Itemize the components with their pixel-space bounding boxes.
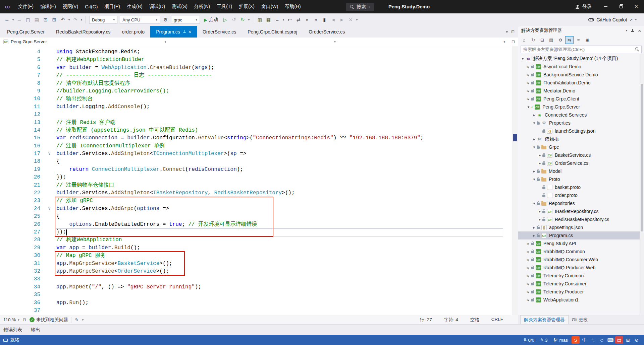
expander-icon[interactable]: ▸ [532, 225, 537, 230]
toolbox-icon[interactable]: ⊞ [624, 336, 632, 344]
tab-Peng.Grpc.Client.csproj[interactable]: Peng.Grpc.Client.csproj [242, 26, 303, 38]
hot-reload-icon[interactable]: ↺ [230, 15, 238, 24]
tree-item[interactable]: ▸C#AsyncLocal.Demo [518, 63, 640, 71]
tree-item[interactable]: ▸⊞依赖项 [518, 135, 640, 143]
menu-item[interactable]: 工具(T) [213, 0, 235, 13]
open-file-icon[interactable]: ▤ [33, 15, 41, 24]
scrollbar-thumb[interactable] [641, 84, 643, 231]
clipboard-icon[interactable]: ▤ [615, 336, 623, 344]
tree-item[interactable]: ▸C#BackgroundService.Demo [518, 71, 640, 79]
expander-icon[interactable]: ▸ [526, 97, 531, 101]
code-editor[interactable]: 4using StackExchange.Redis;5// 构建WebAppl… [0, 46, 518, 315]
expander-icon[interactable]: ▾ [532, 177, 537, 182]
close-button[interactable]: × [629, 0, 644, 13]
expander-icon[interactable]: ▾ [520, 57, 525, 61]
breadcrumb-type[interactable]: ▾ [169, 38, 339, 46]
tree-item[interactable]: ▸C#RabbitMQ.Common [518, 248, 640, 256]
save-icon[interactable]: ⊡ [41, 15, 50, 24]
bookmark-icon[interactable]: ▮ [320, 15, 329, 24]
platform-select[interactable]: Any CPU▾ [120, 16, 160, 24]
tree-item[interactable]: ▸C#Peng.Study.API [518, 239, 640, 248]
tree-item[interactable]: ▸{}appsettings.json [518, 223, 640, 231]
bookmark-menu-icon[interactable]: ▾ [355, 18, 359, 21]
switch-views-icon[interactable]: ⌂ [520, 36, 528, 44]
tree-item[interactable]: ▸C#Telemetry.Consumer [518, 280, 640, 288]
pin-icon[interactable] [183, 30, 186, 33]
sogou-input-icon[interactable]: S [572, 336, 580, 344]
expander-icon[interactable]: ▸ [526, 242, 531, 246]
expander-icon[interactable]: ▾ [532, 121, 537, 125]
github-copilot-label[interactable]: GitHub Copilot [596, 17, 627, 22]
tab-OrderService.cs[interactable]: OrderService.cs [197, 26, 242, 38]
spaces-indicator[interactable]: 空格 [470, 317, 479, 323]
tree-item[interactable]: ▾Repositories [518, 199, 640, 207]
tab-Program.cs[interactable]: Program.cs× [150, 26, 197, 38]
chinese-mode-icon[interactable]: 中 [580, 336, 588, 344]
expander-icon[interactable]: ▸ [537, 161, 542, 165]
expander-icon[interactable]: ▸ [526, 89, 531, 93]
expander-icon[interactable]: ▸ [526, 73, 531, 77]
tab-Peng.Grpc.Server[interactable]: Peng.Grpc.Server [1, 26, 50, 38]
menu-item[interactable]: 视图(V) [59, 0, 82, 13]
forward-icon[interactable]: → [15, 15, 23, 24]
punctuation-icon[interactable]: °, [589, 336, 597, 344]
restart-icon[interactable]: ↻ [238, 15, 247, 24]
tree-item[interactable]: ▾∞解决方案 'Peng.Study.Demo' (14 个项目) [518, 55, 640, 63]
save-all-icon[interactable]: ⊞ [50, 15, 58, 24]
start-without-debugging-icon[interactable]: ▷ [221, 15, 229, 24]
prev-bookmark-icon[interactable]: ◄ [329, 15, 337, 24]
editor-scrollbar[interactable] [512, 46, 518, 315]
expander-icon[interactable]: ▾ [532, 145, 537, 149]
collapse-all-icon[interactable]: ⊟ [538, 36, 546, 44]
expander-icon[interactable]: ▸ [537, 209, 542, 214]
incoming-outgoing-commits[interactable]: ⇅0/0 [523, 338, 534, 343]
copilot-menu-icon[interactable]: ▾ [635, 18, 637, 21]
title-search-box[interactable]: 搜索 ▾ [346, 3, 374, 11]
breadcrumb-project[interactable]: C# Peng.Grpc.Server ▾ [0, 38, 169, 46]
properties-icon[interactable]: ⚙ [556, 36, 565, 44]
tree-item[interactable]: ▸C#RabbitMQ.Consumer.Web [518, 256, 640, 264]
explorer-scrollbar[interactable] [640, 54, 644, 315]
expander-icon[interactable]: ▸ [526, 65, 531, 69]
tab-OrederService.cs[interactable]: OrederService.cs [303, 26, 351, 38]
line-menu-dropdown-icon[interactable]: ▾ [282, 18, 285, 21]
expander-icon[interactable]: ▸ [532, 233, 537, 238]
redo-icon[interactable]: ↷ [71, 15, 79, 24]
minimize-button[interactable] [598, 0, 613, 13]
emoji-icon[interactable]: ☺ [598, 336, 606, 344]
code-health-indicator[interactable]: ✓ 未找到相关问题 [30, 317, 68, 323]
expander-icon[interactable]: ▸ [526, 298, 531, 302]
undo-icon[interactable]: ↶ [59, 15, 67, 24]
pin-icon[interactable] [631, 29, 634, 32]
expander-icon[interactable]: ▸ [532, 137, 537, 141]
menu-item[interactable]: 生成(B) [123, 0, 146, 13]
menu-item[interactable]: 文件(F) [15, 0, 37, 13]
refresh-icon[interactable]: ↻ [529, 36, 537, 44]
code-cleanup-icon[interactable]: ✎ [75, 317, 78, 323]
tool-window-tab-输出[interactable]: 输出 [31, 327, 40, 333]
tree-item[interactable]: ▸C#OrderService.cs [518, 159, 640, 167]
tree-item[interactable]: ←order.proto [518, 191, 640, 199]
menu-item[interactable]: 编辑(E) [37, 0, 59, 13]
expander-icon[interactable]: ▸ [526, 81, 531, 85]
menu-item[interactable]: 分析(N) [191, 0, 213, 13]
split-editor-icon[interactable]: ⊟ [508, 40, 518, 44]
tree-item[interactable]: ▸C#Mediator.Demo [518, 87, 640, 95]
menu-item[interactable]: 帮助(H) [281, 0, 304, 13]
undo-history-icon[interactable]: ▾ [67, 18, 71, 21]
tree-item[interactable]: {}launchSettings.json [518, 127, 640, 135]
menu-item[interactable]: 测试(S) [168, 0, 191, 13]
tree-item[interactable]: ←basket.proto [518, 183, 640, 191]
back-icon[interactable]: ← [3, 15, 11, 24]
tree-item[interactable]: ▸C#Telemetry.Common [518, 272, 640, 280]
breadcrumb-member[interactable]: ▾ [339, 38, 508, 46]
menu-item[interactable]: 窗口(W) [258, 0, 282, 13]
zoom-control[interactable]: 110 % ▾ [3, 317, 19, 322]
expander-icon[interactable]: ▸ [526, 290, 531, 294]
tree-item[interactable]: ▸◉Connected Services [518, 111, 640, 119]
tree-item[interactable]: ▸C#Telemetry.Producer [518, 288, 640, 296]
expander-icon[interactable]: ▸ [526, 274, 531, 278]
tree-item[interactable]: ▸C#Program.cs [518, 231, 640, 239]
tree-item[interactable]: ▾Proto [518, 175, 640, 183]
panel-tab-Git 更改[interactable]: Git 更改 [569, 316, 591, 324]
